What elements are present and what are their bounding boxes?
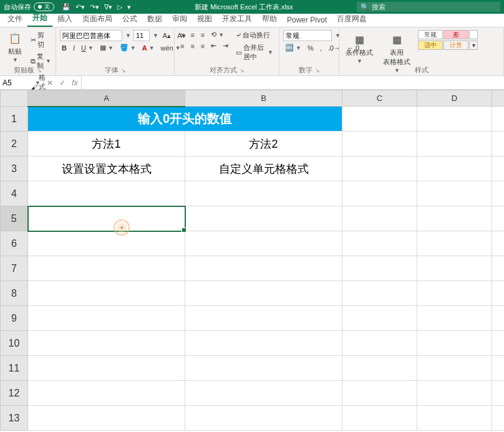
cell-C13[interactable]: [342, 406, 417, 431]
cell-C6[interactable]: [342, 231, 417, 256]
row-header-1[interactable]: 1: [1, 107, 28, 132]
wrap-text-button[interactable]: ⤶自动换行: [234, 30, 275, 41]
tab-power-pivot[interactable]: Power Pivot: [282, 14, 332, 27]
cell-D7[interactable]: [417, 256, 492, 281]
col-header-B[interactable]: B: [185, 90, 342, 107]
row-header-11[interactable]: 11: [1, 356, 28, 381]
cell-A9[interactable]: [28, 306, 185, 331]
cell-C12[interactable]: [342, 381, 417, 406]
style-more1[interactable]: [469, 30, 478, 39]
cell-C3[interactable]: [342, 156, 417, 181]
style-gallery-more[interactable]: ▾: [469, 41, 478, 50]
cell-E3[interactable]: [492, 156, 505, 181]
cell-B10[interactable]: [185, 331, 342, 356]
cell-D12[interactable]: [417, 381, 492, 406]
font-color-button[interactable]: A▼: [140, 44, 157, 52]
cell-D4[interactable]: [417, 181, 492, 206]
row-header-9[interactable]: 9: [1, 306, 28, 331]
search-box[interactable]: 🔍 搜索: [357, 2, 500, 12]
chevron-down-icon[interactable]: ▼: [153, 32, 158, 39]
autosave-toggle[interactable]: 关: [34, 2, 54, 11]
row-header-6[interactable]: 6: [1, 231, 28, 256]
tab-review[interactable]: 审阅: [167, 12, 192, 27]
dialog-launcher-icon[interactable]: ↘: [37, 67, 42, 74]
tab-formulas[interactable]: 公式: [117, 12, 142, 27]
chevron-down-icon[interactable]: ▼: [35, 80, 41, 86]
filter-icon[interactable]: ∇▾: [104, 3, 112, 11]
qat-more-icon[interactable]: ▾: [127, 3, 131, 11]
name-box[interactable]: A5 ▼: [0, 76, 44, 89]
font-size-combo[interactable]: [133, 30, 150, 41]
col-header-overflow[interactable]: [492, 90, 505, 107]
cell-A2[interactable]: 方法1: [28, 132, 185, 156]
align-top-icon[interactable]: ≡: [178, 31, 186, 39]
cell-B2[interactable]: 方法2: [185, 132, 342, 156]
cell-C5[interactable]: [342, 206, 417, 231]
align-bottom-icon[interactable]: ≡: [199, 31, 206, 39]
paste-button[interactable]: 📋 粘贴 ▼: [4, 29, 26, 64]
cell-C4[interactable]: [342, 181, 417, 206]
merge-center-button[interactable]: ▭合并后居中▼: [234, 42, 275, 62]
cell-D13[interactable]: [417, 406, 492, 431]
fill-color-button[interactable]: 🪣▼: [118, 43, 138, 52]
currency-icon[interactable]: 🔤▼: [283, 43, 303, 52]
cell-B11[interactable]: [185, 356, 342, 381]
border-button[interactable]: ▦▼: [98, 43, 115, 52]
dialog-launcher-icon[interactable]: ↘: [315, 67, 320, 74]
number-format-combo[interactable]: [283, 30, 332, 41]
cell-E10[interactable]: [492, 331, 505, 356]
enter-formula-icon[interactable]: ✓: [56, 79, 69, 87]
cell-A5[interactable]: [28, 206, 185, 231]
cell-D5[interactable]: [417, 206, 492, 231]
cell-A12[interactable]: [28, 381, 185, 406]
redo-icon[interactable]: ↷▾: [90, 3, 99, 11]
tab-insert[interactable]: 插入: [52, 12, 77, 27]
dialog-launcher-icon[interactable]: ↘: [240, 67, 245, 74]
col-header-C[interactable]: C: [342, 90, 417, 107]
tab-file[interactable]: 文件: [2, 12, 27, 27]
underline-button[interactable]: U▼: [79, 44, 95, 52]
row-header-5[interactable]: 5: [1, 206, 28, 231]
orientation-icon[interactable]: ⟲▼: [209, 30, 226, 39]
col-header-A[interactable]: A: [28, 90, 185, 107]
cell-D11[interactable]: [417, 356, 492, 381]
undo-icon[interactable]: ↶▾: [75, 3, 85, 11]
dialog-launcher-icon[interactable]: ↘: [121, 67, 126, 74]
tab-view[interactable]: 视图: [192, 12, 217, 27]
cell-A1-merged[interactable]: 输入0开头的数值: [28, 107, 342, 132]
cell-C9[interactable]: [342, 306, 417, 331]
fx-icon[interactable]: fx: [69, 79, 81, 87]
cell-E1[interactable]: [492, 107, 505, 132]
cell-D3[interactable]: [417, 156, 492, 181]
style-normal[interactable]: 常规: [418, 30, 443, 39]
cell-E8[interactable]: [492, 281, 505, 306]
indent-decrease-icon[interactable]: ⇤: [209, 41, 218, 50]
cell-E11[interactable]: [492, 356, 505, 381]
cell-C7[interactable]: [342, 256, 417, 281]
tab-developer[interactable]: 开发工具: [217, 12, 257, 27]
cell-B8[interactable]: [185, 281, 342, 306]
cell-B4[interactable]: [185, 181, 342, 206]
cut-button[interactable]: ✂剪切: [29, 30, 53, 50]
cell-B9[interactable]: [185, 306, 342, 331]
cell-B7[interactable]: [185, 256, 342, 281]
cell-B6[interactable]: [185, 231, 342, 256]
cell-C8[interactable]: [342, 281, 417, 306]
cell-A6[interactable]: [28, 231, 185, 256]
align-right-icon[interactable]: ≡: [199, 42, 206, 50]
style-bad[interactable]: 差: [443, 30, 468, 39]
style-calc[interactable]: 计算: [443, 41, 468, 50]
cell-B12[interactable]: [185, 381, 342, 406]
col-header-D[interactable]: D: [417, 90, 492, 107]
align-middle-icon[interactable]: ≡: [188, 31, 196, 39]
formula-input[interactable]: [82, 76, 504, 89]
chevron-down-icon[interactable]: ▼: [125, 32, 131, 39]
cell-D6[interactable]: [417, 231, 492, 256]
cell-B13[interactable]: [185, 406, 342, 431]
cell-A4[interactable]: [28, 181, 185, 206]
percent-icon[interactable]: %: [306, 44, 316, 52]
cell-C11[interactable]: [342, 356, 417, 381]
align-center-icon[interactable]: ≡: [188, 42, 196, 50]
cell-A11[interactable]: [28, 356, 185, 381]
comma-icon[interactable]: ,: [318, 44, 324, 52]
